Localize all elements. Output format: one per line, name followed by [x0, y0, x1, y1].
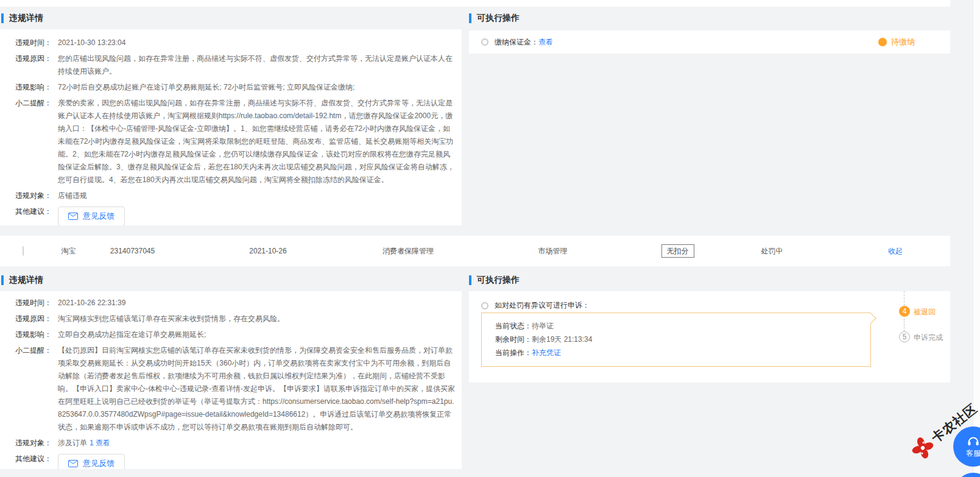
secondary-floating-button[interactable]: [955, 473, 980, 477]
panel-title: 可执行操作: [477, 13, 520, 24]
status-badge: 待缴纳: [878, 37, 915, 48]
feedback-button[interactable]: 意见反馈: [58, 207, 125, 225]
step-5-label: 申诉完成: [914, 333, 943, 343]
violation-detail-header-1: 违规详情: [1, 7, 43, 29]
deduction-cell: 无扣分: [652, 246, 703, 256]
row-checkbox[interactable]: [23, 246, 24, 256]
violation-detail-card-2: 违规时间： 2021-10-26 22:31:39 违规原因： 淘宝网核实到您店…: [0, 291, 462, 469]
violation-time-field: 违规时间： 2021-10-30 13:23:04: [15, 37, 462, 49]
violation-object-field: 违规对象： 店铺违规: [15, 189, 462, 202]
feedback-button[interactable]: 意见反馈: [58, 454, 125, 469]
field-label: 违规影响：: [15, 81, 58, 94]
category-cell: 市场管理: [454, 246, 652, 256]
field-label: 小二提醒：: [15, 344, 58, 434]
operations-row-deposit: 缴纳保证金： 查看 待缴纳: [469, 30, 950, 54]
step-5-circle: 5: [899, 331, 910, 342]
status-badge-label: 待缴纳: [891, 37, 915, 48]
deposit-action-label: 缴纳保证金：: [495, 37, 538, 48]
panel-title: 违规详情: [9, 13, 43, 24]
violation-detail-card-1: 违规时间： 2021-10-30 13:23:04 违规原因： 您的店铺出现风险…: [0, 29, 462, 225]
circle-bullet-icon: [481, 302, 488, 309]
field-label: 违规对象：: [15, 189, 58, 202]
deposit-view-link[interactable]: 查看: [538, 37, 553, 48]
current-status-value: 待举证: [532, 319, 554, 333]
violation-impact-field: 违规影响： 72小时后自交易成功起账户在途订单交易账期延长; 72小时后监管账号…: [15, 81, 462, 94]
field-label: 其他建议：: [15, 453, 58, 469]
panel-title: 违规详情: [9, 275, 43, 286]
violation-object-field: 违规对象： 涉及订单1查看: [15, 437, 462, 450]
appeal-step-indicator: 4 被退回 5 申诉完成: [899, 291, 950, 383]
envelope-icon: [68, 213, 78, 220]
field-label: 剩余时间：: [495, 333, 532, 346]
deduction-badge: 无扣分: [661, 244, 694, 258]
violation-time-field: 违规时间： 2021-10-26 22:31:39: [15, 297, 462, 309]
customer-service-label: 客服: [966, 448, 980, 459]
violation-object-text: 涉及订单: [58, 439, 87, 447]
violation-reason-field: 违规原因： 您的店铺出现风险问题，如存在异常注册，商品描述与实际不符、虚假发货、…: [15, 52, 462, 78]
panel-title: 可执行操作: [477, 275, 520, 286]
headset-icon: [966, 435, 980, 447]
violation-time-value: 2021-10-30 13:23:04: [58, 37, 455, 49]
current-status-row: 当前状态： 待举证: [495, 319, 870, 333]
field-label: 当前状态：: [495, 319, 532, 333]
step-connector-line: [904, 291, 904, 306]
order-count: 1: [90, 439, 94, 447]
date-cell: 2021-10-26: [174, 247, 362, 255]
violation-reason-field: 违规原因： 淘宝网核实到您店铺该笔订单存在买家未收到货情形，存在交易风险。: [15, 313, 462, 325]
appeal-operations-card: 如对处罚有异议可进行申诉： 当前状态： 待举证 剩余时间： 剩余19天 21:1…: [469, 291, 950, 383]
accent-bar-icon: [1, 13, 4, 23]
accent-bar-icon: [1, 275, 4, 285]
remaining-time-row: 剩余时间： 剩余19天 21:13:34: [495, 333, 870, 346]
appeal-prompt-row: 如对处罚有异议可进行申诉：: [469, 291, 950, 311]
other-suggestion-field: 其他建议： 意见反馈: [15, 453, 462, 469]
violation-impact-value: 72小时后自交易成功起账户在途订单交易账期延长; 72小时后监管账号; 立即风险…: [58, 81, 455, 94]
field-label: 违规对象：: [15, 437, 58, 450]
staff-tip-value: 【处罚原因】目前淘宝网核实您店铺的该笔订单存在买家未收到货的情形，为保障交易资金…: [58, 344, 455, 434]
appeal-prompt-label: 如对处罚有异议可进行申诉：: [495, 300, 590, 311]
other-suggestion-field: 其他建议： 意见反馈: [15, 205, 462, 225]
accent-bar-icon: [469, 13, 471, 23]
feedback-button-wrap: 意见反馈: [58, 453, 455, 469]
feedback-button-label: 意见反馈: [83, 458, 115, 469]
status-dot-icon: [878, 38, 887, 46]
staff-tip-field: 小二提醒： 【处罚原因】目前淘宝网核实您店铺的该笔订单存在买家未收到货的情形，为…: [15, 344, 462, 434]
envelope-icon: [68, 460, 78, 467]
field-label: 违规影响：: [15, 328, 58, 341]
violation-reason-value: 淘宝网核实到您店铺该笔订单存在买家未收到货情形，存在交易风险。: [58, 313, 455, 325]
record-id-cell: 23140737045: [91, 247, 174, 255]
step-4-circle: 4: [899, 306, 910, 317]
field-label: 其他建议：: [15, 205, 58, 225]
violation-reason-value: 您的店铺出现风险问题，如存在异常注册，商品描述与实际不符、虚假发货、交付方式异常…: [58, 52, 455, 78]
supplement-evidence-link[interactable]: 补充凭证: [532, 346, 561, 359]
collapse-link[interactable]: 收起: [888, 247, 903, 255]
field-label: 违规原因：: [15, 313, 58, 325]
platform-cell: 淘宝: [46, 246, 91, 256]
operations-header-1: 可执行操作: [469, 7, 520, 29]
field-label: 违规时间：: [15, 297, 58, 309]
status-cell: 处罚中: [703, 246, 841, 256]
step-connector-line: [904, 319, 904, 331]
remaining-time-value: 剩余19天 21:13:34: [532, 333, 592, 346]
violation-object-value: 店铺违规: [58, 189, 455, 202]
checkbox-cell: [0, 247, 46, 255]
violation-time-value: 2021-10-26 22:31:39: [58, 297, 455, 309]
appeal-status-box: 当前状态： 待举证 剩余时间： 剩余19天 21:13:34 当前操作： 补充凭…: [481, 313, 871, 367]
violation-type-cell: 消费者保障管理: [362, 246, 454, 256]
violation-object-value: 涉及订单1查看: [58, 437, 455, 450]
feedback-button-wrap: 意见反馈: [58, 205, 455, 225]
top-row-remnant: [0, 0, 950, 7]
order-view-link[interactable]: 查看: [96, 439, 110, 447]
circle-bullet-icon: [481, 38, 488, 46]
staff-tip-value: 亲爱的卖家，因您的店铺出现风险问题，如存在异常注册，商品描述与实际不符、虚假发货…: [58, 97, 455, 186]
violation-detail-header-2: 违规详情: [1, 269, 43, 291]
accent-bar-icon: [469, 275, 471, 285]
field-label: 当前操作：: [495, 346, 532, 359]
field-label: 违规原因：: [15, 52, 58, 78]
collapse-cell: 收起: [841, 246, 950, 256]
violation-record-row: 淘宝 23140737045 2021-10-26 消费者保障管理 市场管理 无…: [0, 236, 950, 266]
step-4-label: 被退回: [914, 307, 936, 317]
field-label: 违规时间：: [15, 37, 58, 49]
violation-impact-field: 违规影响： 立即自交易成功起指定在途订单交易账期延长;: [15, 328, 462, 341]
violation-impact-value: 立即自交易成功起指定在途订单交易账期延长;: [58, 328, 455, 341]
current-action-row: 当前操作： 补充凭证: [495, 346, 870, 359]
